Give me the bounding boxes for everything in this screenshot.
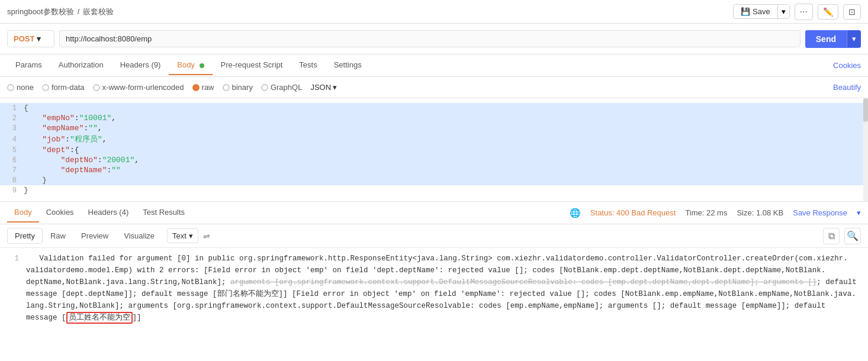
code-editor[interactable]: 1 { 2 "empNo":"10001", 3 "empName":"", 4…	[0, 98, 868, 202]
save-icon: 💾	[741, 7, 750, 16]
more-button[interactable]: ···	[795, 4, 813, 20]
resp-status-info: 🌐 Status: 400 Bad Request Time: 22 ms Si…	[570, 208, 861, 218]
fmt-tab-preview[interactable]: Preview	[73, 228, 116, 244]
code-line-6: 6 "deptNo":"20001",	[0, 155, 868, 165]
tab-authorization[interactable]: Authorization	[50, 56, 112, 75]
search-button[interactable]: 🔍	[844, 228, 861, 244]
strikethrough-text: arguments [org.springframework.context.s…	[230, 278, 816, 286]
body-active-dot	[200, 63, 204, 68]
send-btn-group: Send ▾	[805, 30, 861, 48]
save-response-chevron[interactable]: ▾	[857, 208, 861, 217]
resp-tab-test-results[interactable]: Test Results	[136, 203, 192, 223]
response-format-bar: Pretty Raw Preview Visualize Text ▾ ⇌ ⧉ …	[0, 224, 868, 248]
save-btn-group: 💾 Save ▾	[733, 4, 790, 19]
method-chevron-icon: ▾	[37, 34, 41, 43]
cookies-link[interactable]: Cookies	[833, 61, 861, 70]
response-tabs-bar: Body Cookies Headers (4) Test Results 🌐 …	[0, 202, 868, 224]
resp-tab-cookies[interactable]: Cookies	[39, 203, 81, 223]
url-bar: POST ▾ Send ▾	[0, 24, 868, 54]
radio-binary-icon	[223, 84, 230, 91]
request-tabs-bar: Params Authorization Headers (9) Body Pr…	[0, 54, 868, 77]
response-content: 1 Validation failed for argument [0] in …	[0, 248, 868, 328]
opt-urlencoded[interactable]: x-www-form-urlencoded	[93, 83, 184, 92]
editor-scrollbar-thumb	[863, 98, 868, 122]
url-input[interactable]	[59, 30, 801, 47]
tab-headers[interactable]: Headers (9)	[112, 56, 169, 75]
code-line-7: 7 "deptName":""	[0, 165, 868, 175]
tabs-left: Params Authorization Headers (9) Body Pr…	[7, 56, 370, 75]
breadcrumb-part1: springboot参数校验	[7, 7, 74, 17]
tab-params[interactable]: Params	[7, 56, 50, 75]
tab-tests[interactable]: Tests	[291, 56, 325, 75]
code-line-1: 1 {	[0, 103, 868, 113]
radio-urlencoded-icon	[93, 84, 100, 91]
tab-body[interactable]: Body	[169, 56, 212, 75]
opt-binary[interactable]: binary	[223, 83, 253, 92]
code-line-9: 9 }	[0, 185, 868, 195]
code-line-2: 2 "empNo":"10001",	[0, 113, 868, 123]
layout-icon: ⊡	[848, 7, 856, 17]
top-bar-actions: 💾 Save ▾ ··· ✏️ ⊡	[733, 4, 861, 20]
opt-raw[interactable]: raw	[192, 83, 214, 92]
layout-button[interactable]: ⊡	[843, 4, 861, 20]
beautify-btn[interactable]: Beautify	[833, 83, 861, 92]
body-opts-left: none form-data x-www-form-urlencoded raw…	[7, 83, 337, 92]
method-select[interactable]: POST ▾	[7, 30, 54, 47]
radio-none-icon	[7, 84, 14, 91]
opt-form-data[interactable]: form-data	[42, 83, 85, 92]
breadcrumb: springboot参数校验 / 嵌套校验	[7, 7, 114, 17]
fmt-tab-raw[interactable]: Raw	[43, 228, 73, 244]
format-right-icons: ⧉ 🔍	[823, 228, 861, 244]
json-type-select[interactable]: JSON ▾	[310, 83, 337, 92]
save-response-link[interactable]: Save Response	[793, 208, 847, 217]
globe-icon: 🌐	[570, 208, 581, 218]
copy-button[interactable]: ⧉	[823, 228, 840, 244]
opt-graphql[interactable]: GraphQL	[261, 83, 302, 92]
fmt-tab-pretty[interactable]: Pretty	[7, 228, 43, 244]
body-options-bar: none form-data x-www-form-urlencoded raw…	[0, 77, 868, 98]
breadcrumb-part2: 嵌套校验	[83, 7, 114, 17]
resp-tab-headers[interactable]: Headers (4)	[81, 203, 136, 223]
code-line-4: 4 "job":"程序员",	[0, 133, 868, 145]
json-chevron-icon: ▾	[333, 83, 337, 92]
edit-icon: ✏️	[823, 7, 833, 17]
editor-scrollbar[interactable]	[863, 98, 868, 201]
text-type-select[interactable]: Text ▾	[167, 228, 198, 243]
radio-formdata-icon	[42, 84, 49, 91]
top-bar: springboot参数校验 / 嵌套校验 💾 Save ▾ ··· ✏️ ⊡	[0, 0, 868, 24]
time-label: Time: 22 ms	[685, 208, 727, 217]
opt-none[interactable]: none	[7, 83, 34, 92]
code-line-5: 5 "dept":{	[0, 145, 868, 155]
edit-button[interactable]: ✏️	[818, 4, 838, 20]
code-line-8: 8 }	[0, 175, 868, 185]
tab-pre-request[interactable]: Pre-request Script	[213, 56, 291, 75]
save-button[interactable]: 💾 Save	[734, 5, 777, 18]
format-tabs: Pretty Raw Preview Visualize Text ▾ ⇌	[7, 228, 210, 244]
resp-tab-body[interactable]: Body	[7, 203, 39, 223]
radio-graphql-icon	[261, 84, 268, 91]
size-label: Size: 1.08 KB	[737, 208, 783, 217]
radio-raw-icon	[192, 84, 200, 91]
wrap-icon[interactable]: ⇌	[203, 231, 210, 241]
resp-tabs-left: Body Cookies Headers (4) Test Results	[7, 203, 192, 223]
save-dropdown-button[interactable]: ▾	[777, 5, 789, 18]
send-dropdown-button[interactable]: ▾	[847, 30, 861, 47]
tab-settings[interactable]: Settings	[326, 56, 370, 75]
breadcrumb-sep: /	[78, 7, 80, 16]
status-badge: Status: 400 Bad Request	[590, 208, 676, 217]
text-chevron-icon: ▾	[189, 231, 193, 240]
resp-line-1: 1 Validation failed for argument [0] in …	[7, 253, 861, 324]
send-button[interactable]: Send	[805, 30, 847, 48]
method-label: POST	[14, 34, 34, 43]
code-line-3: 3 "empName":"",	[0, 123, 868, 133]
fmt-tab-visualize[interactable]: Visualize	[116, 228, 162, 244]
red-box-text: 员工姓名不能为空	[66, 312, 133, 324]
